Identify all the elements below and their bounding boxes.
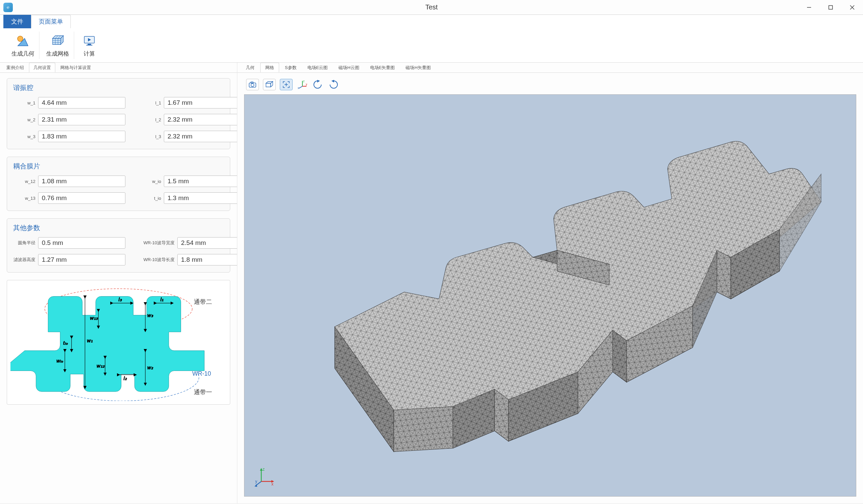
- svg-text:w₁₃: w₁₃: [90, 315, 98, 321]
- label-w1: w_1: [13, 100, 35, 105]
- svg-text:w₁: w₁: [87, 338, 93, 343]
- card-coupling-iris: 耦合膜片 w_12 w_io w_13 t_io: [7, 157, 230, 211]
- input-l2[interactable]: [164, 114, 237, 125]
- tab-geometry[interactable]: 几何: [241, 63, 260, 73]
- input-wr10-width[interactable]: [177, 237, 237, 249]
- label-w12: w_12: [13, 179, 35, 184]
- input-filter-height[interactable]: [38, 254, 125, 266]
- label-wr10-width: WR-10波导宽度: [139, 240, 175, 246]
- label-l2: l_2: [139, 117, 161, 122]
- ribbon-tab-file[interactable]: 文件: [3, 15, 31, 28]
- tab-mesh[interactable]: 网格: [260, 63, 279, 73]
- camera-button[interactable]: [246, 79, 259, 90]
- viewport-3d[interactable]: z x y: [244, 94, 856, 496]
- input-w3[interactable]: [38, 131, 125, 142]
- window-title: Test: [425, 3, 438, 11]
- svg-line-55: [299, 86, 302, 88]
- ribbon-content: 生成几何 生成网格: [0, 28, 863, 62]
- svg-point-46: [251, 83, 254, 87]
- input-w13[interactable]: [38, 192, 125, 204]
- rotate-ccw-button[interactable]: [312, 79, 324, 90]
- svg-text:y: y: [306, 82, 307, 86]
- tab-e-cloud[interactable]: 电场E云图: [302, 63, 333, 73]
- ribbon-gen-geometry[interactable]: 生成几何: [7, 32, 39, 59]
- bounding-box-icon: [265, 81, 274, 88]
- input-wio[interactable]: [164, 176, 237, 187]
- ribbon-label-gen-geometry: 生成几何: [11, 50, 34, 57]
- bounding-box-button[interactable]: [263, 79, 276, 90]
- field-wr10-width: WR-10波导宽度: [139, 237, 237, 249]
- svg-marker-6: [53, 38, 61, 44]
- tab-h-cloud[interactable]: 磁场H云图: [334, 63, 364, 73]
- card-other-params: 其他参数 圆角半径 WR-10波导宽度 滤波器高度 W: [7, 218, 230, 273]
- tab-h-vector[interactable]: 磁场H矢量图: [400, 63, 436, 73]
- svg-rect-19: [86, 45, 92, 46]
- svg-text:l₃: l₃: [118, 297, 122, 302]
- svg-rect-18: [88, 44, 91, 45]
- tab-s-params[interactable]: S参数: [280, 63, 302, 73]
- svg-text:WR-10: WR-10: [192, 370, 211, 377]
- svg-text:tᵢₒ: tᵢₒ: [63, 340, 68, 346]
- ribbon-gen-mesh[interactable]: 生成网格: [41, 32, 74, 59]
- tab-mesh-compute[interactable]: 网格与计算设置: [56, 63, 96, 73]
- input-wr10-length[interactable]: [177, 254, 237, 266]
- svg-text:l₂: l₂: [123, 376, 127, 381]
- svg-point-5: [17, 36, 23, 41]
- field-w2: w_2: [13, 114, 125, 125]
- field-filter-height: 滤波器高度: [13, 254, 125, 266]
- fit-view-button[interactable]: [280, 79, 292, 90]
- window-controls: [798, 0, 863, 14]
- field-w3: w_3: [13, 131, 125, 142]
- app-icon-glyph: ℮: [7, 5, 10, 10]
- input-w1[interactable]: [38, 97, 125, 108]
- ribbon-label-gen-mesh: 生成网格: [46, 50, 69, 57]
- ribbon: 文件 页面菜单 生成几何: [0, 15, 863, 63]
- tab-geom-settings[interactable]: 几何设置: [29, 63, 55, 73]
- input-w2[interactable]: [38, 114, 125, 125]
- axes-toggle-button[interactable]: z y x: [297, 79, 308, 90]
- ribbon-tab-page-menu[interactable]: 页面菜单: [31, 15, 71, 28]
- input-w12[interactable]: [38, 176, 125, 187]
- camera-icon: [248, 81, 257, 88]
- input-fillet[interactable]: [38, 237, 125, 249]
- svg-text:w₁₂: w₁₂: [97, 363, 105, 369]
- label-l1: l_1: [139, 100, 161, 105]
- svg-text:通带二: 通带二: [194, 298, 212, 305]
- view-body: z y x: [237, 73, 863, 503]
- rotate-cw-button[interactable]: [328, 79, 339, 90]
- geometry-icon: [14, 33, 32, 49]
- svg-text:x: x: [298, 86, 299, 89]
- svg-marker-50: [271, 81, 273, 87]
- label-w2: w_2: [13, 117, 35, 122]
- input-tio[interactable]: [164, 192, 237, 204]
- svg-marker-60: [332, 80, 334, 82]
- input-l1[interactable]: [164, 97, 237, 108]
- field-l2: l_2: [139, 114, 237, 125]
- left-tabs: 案例介绍 几何设置 网格与计算设置: [0, 63, 237, 73]
- field-fillet: 圆角半径: [13, 237, 125, 249]
- field-l1: l_1: [139, 97, 237, 108]
- card-title-coupling: 耦合膜片: [13, 162, 224, 171]
- input-l3[interactable]: [164, 131, 237, 142]
- ribbon-compute[interactable]: 计算: [76, 32, 102, 59]
- close-button[interactable]: [841, 0, 863, 14]
- svg-text:w₂: w₂: [147, 365, 153, 370]
- compute-icon: [81, 33, 98, 49]
- field-w13: w_13: [13, 192, 125, 204]
- rotate-cw-icon: [328, 80, 338, 89]
- field-wio: w_io: [139, 176, 237, 187]
- label-l3: l_3: [139, 134, 161, 139]
- svg-text:y: y: [255, 479, 257, 484]
- minimize-button[interactable]: [798, 0, 820, 14]
- app-icon: ℮: [3, 3, 13, 12]
- svg-text:l₁: l₁: [161, 297, 163, 302]
- view-tabs: 几何 网格 S参数 电场E云图 磁场H云图 电场E矢量图 磁场H矢量图: [237, 63, 863, 73]
- tab-e-vector[interactable]: 电场E矢量图: [365, 63, 400, 73]
- main-area: 案例介绍 几何设置 网格与计算设置 谐振腔 w_1 l_1: [0, 63, 863, 503]
- maximize-button[interactable]: [820, 0, 841, 14]
- field-w1: w_1: [13, 97, 125, 108]
- label-wio: w_io: [139, 179, 161, 184]
- svg-marker-59: [317, 80, 320, 82]
- tab-case-intro[interactable]: 案例介绍: [2, 63, 28, 73]
- field-wr10-length: WR-10波导长度: [139, 254, 237, 266]
